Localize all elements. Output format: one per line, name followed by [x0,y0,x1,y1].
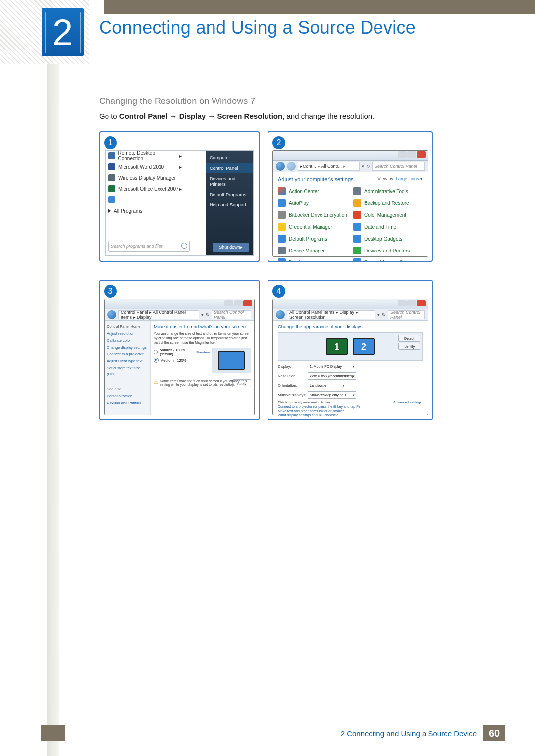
minimize-button[interactable] [398,300,407,306]
start-item-wdm[interactable]: Wireless Display Manager [106,172,185,183]
link-projector[interactable]: Connect to a projector (or press the ⊞ k… [278,405,423,409]
rdp-icon [108,152,115,159]
sidebar-link-adjust-res[interactable]: Adjust resolution [107,331,148,337]
cp-item-bitlocker[interactable]: BitLocker Drive Encryption [278,211,347,219]
cp-item-label: Display [289,260,305,262]
breadcrumb[interactable]: Control Panel ▸ All Control Panel Items … [118,310,199,319]
start-item-excel[interactable]: Microsoft Office Excel 2007▸ [106,183,185,194]
printer-icon [353,247,361,254]
radio-smaller[interactable]: Smaller - 100% (default) Preview [154,348,210,356]
maximize-button[interactable] [234,300,243,306]
nav-forward-button[interactable] [287,162,296,171]
start-right-computer[interactable]: Computer [206,152,253,163]
gear-icon [353,187,361,195]
cp-item-ease-of-access[interactable]: Ease of Access Center [353,258,423,262]
window-buttons [224,300,252,306]
nav-back-button[interactable] [276,162,285,171]
cp-items-grid: Action Center Administrative Tools AutoP… [278,187,423,262]
resolution-select[interactable]: xxxx × xxxx (recommended) [308,372,356,380]
sidebar-link-personalization[interactable]: Personalization [107,393,148,399]
search-input[interactable]: Search Control Panel [388,310,425,319]
close-button[interactable] [417,300,426,306]
sidebar-link-cleartype[interactable]: Adjust ClearType text [107,358,148,364]
cp-item-credential[interactable]: Credential Manager [278,223,347,231]
shutdown-button[interactable]: Shut down ▸ [213,243,249,252]
warning-icon: ⚠ [154,379,158,385]
sidebar-link-dpi[interactable]: Set custom text size (DPI) [107,365,148,377]
taskbar [105,261,254,262]
shutdown-label: Shut down [219,245,240,250]
start-right-help[interactable]: Help and Support [206,200,253,210]
start-right-defaults[interactable]: Default Programs [206,189,253,200]
view-by[interactable]: View by: Large icons ▾ [378,176,423,182]
cp-item-label: Credential Manager [289,224,332,230]
all-programs[interactable]: All Programs [106,205,185,216]
cp-item-gadgets[interactable]: Desktop Gadgets [353,235,423,243]
search-input[interactable]: Search Control Panel [212,310,251,319]
cp-item-autoplay[interactable]: AutoPlay [278,199,347,207]
sidebar-link-devices[interactable]: Devices and Printers [107,400,148,406]
sidebar-link-calibrate[interactable]: Calibrate color [107,338,148,344]
cp-item-display[interactable]: Display [278,258,347,262]
cp-item-action-center[interactable]: Action Center [278,187,347,195]
cp-item-admin-tools[interactable]: Administrative Tools [353,187,423,195]
radio-medium[interactable]: Medium - 125% [154,358,210,363]
display-icon [108,174,115,181]
window-titlebar [273,299,428,309]
cp-item-label: Default Programs [289,236,327,242]
step-badge-1: 1 [104,136,117,149]
cp-item-color[interactable]: Color Management [353,211,423,219]
screen-resolution-window: All Control Panel Items ▸ Display ▸ Scre… [272,299,428,415]
footer-chapter-text: 2 Connecting and Using a Source Device [341,729,477,738]
cp-header-text: Adjust your computer's settings [278,176,354,182]
access-icon [353,258,361,262]
sidebar-link-projector[interactable]: Connect to a projector [107,352,148,357]
minimize-button[interactable] [398,151,407,158]
program-icon [278,235,286,243]
maximize-button[interactable] [407,151,416,158]
chapter-title: Connecting and Using a Source Device [99,17,416,38]
intro-prefix: Go to [99,112,119,120]
monitor-2-icon[interactable]: 2 [353,338,374,355]
breadcrumb[interactable]: All Control Panel Items ▸ Display ▸ Scre… [287,310,375,319]
start-search-input[interactable]: Search programs and files [108,241,190,252]
start-menu: Remote Desktop Connection▸ Microsoft Wor… [105,150,254,256]
monitor-arrangement[interactable]: 1 2 Detect Identify [278,332,423,361]
start-item-word[interactable]: Microsoft Word 2010▸ [106,161,185,172]
maximize-button[interactable] [407,300,416,306]
sidebar-header: Control Panel Home [107,324,148,330]
multiple-displays-select[interactable]: Show desktop only on 1 [308,391,356,399]
monitor-1-icon[interactable]: 1 [326,338,348,355]
breadcrumb[interactable]: ▸ Cont... ▸ All Contr... ▸ [298,162,360,171]
nav-back-button[interactable] [276,310,285,319]
detect-button[interactable]: Detect [398,335,420,342]
cp-item-backup[interactable]: Backup and Restore [353,199,423,207]
cp-item-default-programs[interactable]: Default Programs [278,235,347,243]
preview-link[interactable]: Preview [196,350,210,354]
link-text-size[interactable]: Make text and other items larger or smal… [278,409,423,413]
start-item-label: Microsoft Word 2010 [118,164,164,170]
page-number: 60 [483,725,505,741]
start-right-control-panel[interactable]: Control Panel [206,163,253,173]
screenshot-step-2: 2 ▸ Cont... ▸ All Contr... ▸ ▾↻ Search C… [268,131,433,262]
screen-resolution-body: Change the appearance of your displays 1… [273,321,428,415]
advanced-settings-link[interactable]: Advanced settings [393,401,422,404]
start-right-devices[interactable]: Devices and Printers [206,173,253,189]
close-button[interactable] [417,151,426,158]
display-main: Make it easier to read what's on your sc… [151,321,254,415]
minimize-button[interactable] [224,300,233,306]
sidebar-link-change-settings[interactable]: Change display settings [107,345,148,351]
cp-item-device-manager[interactable]: Device Manager [278,247,347,254]
start-item-rdp[interactable]: Remote Desktop Connection▸ [106,151,185,161]
search-input[interactable]: Search Control Panel [372,162,425,171]
close-button[interactable] [243,300,252,306]
link-help[interactable]: What display settings should I choose? [278,413,423,417]
path-control-panel: Control Panel [119,112,168,120]
cp-item-devices-printers[interactable]: Devices and Printers [353,247,423,254]
orientation-select[interactable]: Landscape [308,382,346,389]
display-select[interactable]: 1. Mobile PC Display [308,363,356,370]
cp-item-datetime[interactable]: Date and Time [353,223,423,231]
nav-back-button[interactable] [107,310,116,319]
identify-button[interactable]: Identify [398,343,420,350]
start-menu-left-pane: Remote Desktop Connection▸ Microsoft Wor… [106,151,185,238]
